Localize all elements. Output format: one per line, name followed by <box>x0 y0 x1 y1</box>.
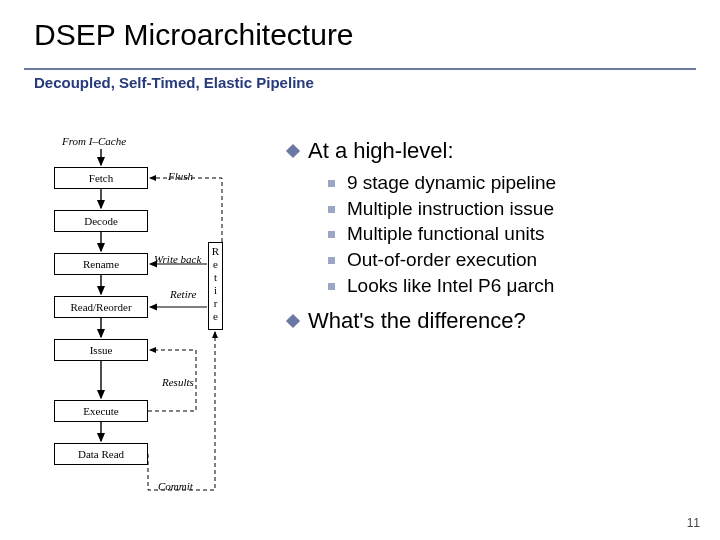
page-number: 11 <box>687 516 700 530</box>
bullet-item: Multiple functional units <box>328 221 692 247</box>
bullet-item: 9 stage dynamic pipeline <box>328 170 692 196</box>
bullet-item: Multiple instruction issue <box>328 196 692 222</box>
heading-high-level-text: At a high-level: <box>308 138 454 164</box>
bullet-item: Looks like Intel P6 μarch <box>328 273 692 299</box>
divider <box>24 68 696 70</box>
notes-column: At a high-level: 9 stage dynamic pipelin… <box>288 138 692 340</box>
slide-subtitle: Decoupled, Self-Timed, Elastic Pipeline <box>34 74 720 91</box>
diamond-bullet-icon <box>286 314 300 328</box>
heading-difference: What's the difference? <box>288 308 692 334</box>
pipeline-diagram: From I–Cache Fetch Decode Rename Read/Re… <box>36 140 280 520</box>
heading-high-level: At a high-level: <box>288 138 692 164</box>
bullet-item: Out-of-order execution <box>328 247 692 273</box>
bullet-list: 9 stage dynamic pipeline Multiple instru… <box>328 170 692 298</box>
arrows-svg <box>36 140 280 520</box>
slide-title: DSEP Microarchitecture <box>0 0 720 52</box>
diamond-bullet-icon <box>286 144 300 158</box>
heading-difference-text: What's the difference? <box>308 308 526 334</box>
